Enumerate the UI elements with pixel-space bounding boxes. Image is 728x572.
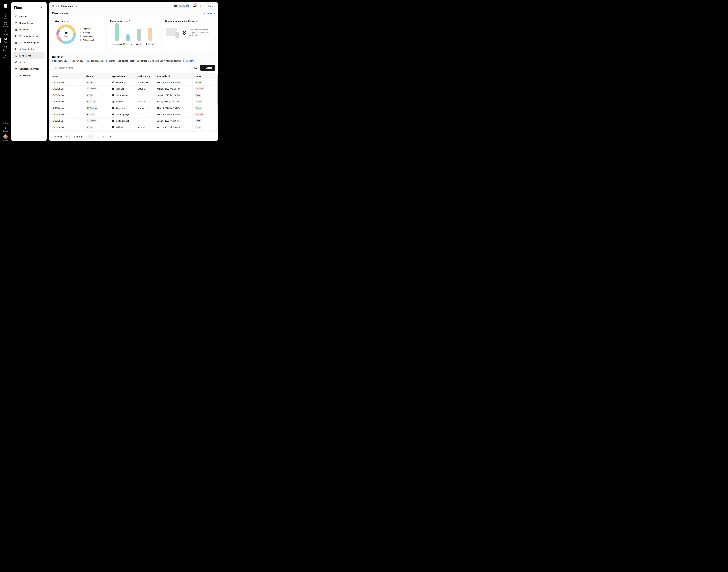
page-number-1[interactable]: 1: [97, 136, 98, 138]
grid-icon: [15, 41, 18, 44]
table-row[interactable]: KIOSK name Android Digital signage - Jan…: [52, 118, 215, 124]
table-row[interactable]: KIOSK name iOS Multi-app Android 12 Dec …: [52, 124, 215, 131]
platforms-card: Platforms in use Android Windows: [107, 17, 160, 52]
sidebar-collapse-button[interactable]: [39, 5, 44, 10]
laptop-icon: [4, 38, 7, 41]
info-icon[interactable]: [196, 20, 199, 22]
rail-item-identity[interactable]: Identity: [0, 28, 11, 37]
shield-check-icon: [15, 48, 18, 51]
status-badge: Active: [195, 126, 202, 129]
notifications-button[interactable]: 22: [193, 4, 196, 8]
column-header-group[interactable]: Device group: [135, 73, 155, 79]
info-icon[interactable]: [66, 20, 69, 22]
column-header-name[interactable]: Name: [52, 73, 84, 79]
rail-item-integrations[interactable]: Integrations: [0, 118, 11, 125]
prev-page-button[interactable]: [88, 134, 93, 140]
device-groups-count: 8: [183, 29, 186, 36]
breadcrumb-parent[interactable]: Fleet: [52, 5, 57, 7]
pulse-icon: [4, 54, 7, 56]
page-number-2[interactable]: 2: [102, 136, 104, 138]
sidebar-nav: Devices Device Groups Enrollment Policy …: [13, 13, 45, 79]
sidebar-item-accessories[interactable]: Accessories: [13, 72, 45, 79]
digital-signage-icon: [112, 113, 114, 116]
device-group: -: [135, 118, 155, 124]
rail-item-activity[interactable]: Activity: [0, 52, 11, 60]
rail-item-trial[interactable]: Trial: [0, 13, 11, 21]
sidebar-item-scriptor[interactable]: Scriptor: [13, 59, 45, 66]
sidebar-item-enrollment[interactable]: Enrollment: [13, 26, 45, 33]
search-input[interactable]: [52, 65, 190, 71]
user-name: Elon Musk...: [2, 139, 9, 141]
gear-icon: [4, 127, 7, 130]
sidebar-item-geolocation[interactable]: Geolocation Services: [13, 66, 45, 72]
next-page-button[interactable]: [107, 134, 113, 140]
sidebar-item-device-groups[interactable]: Device Groups: [13, 20, 45, 26]
avatar: [3, 134, 8, 139]
platform-chip: macOS: [86, 100, 96, 103]
table-row[interactable]: KIOSK name iOS Digital signage - Jun 28,…: [52, 92, 215, 98]
device-group: HQ devices: [135, 79, 155, 85]
learn-more-link[interactable]: Learn more: [183, 60, 194, 62]
row-actions-button[interactable]: [208, 81, 212, 84]
row-actions-button[interactable]: [208, 100, 212, 103]
boost-button[interactable]: [199, 4, 202, 8]
table-row[interactable]: KIOSK name Windows Single app New device…: [52, 105, 215, 111]
column-header-status[interactable]: Status: [193, 73, 205, 79]
table-row[interactable]: KIOSK name Android Multi-app Group 3 Oct…: [52, 86, 215, 92]
rail-item-dashboard[interactable]: Dashboard: [0, 21, 11, 28]
table-row[interactable]: KIOSK name Linux Digital signage D67 Dec…: [52, 111, 215, 118]
bar-windows: Windows: [123, 34, 134, 46]
sidebar-item-kiosk-mode[interactable]: Kiosk Mode: [13, 53, 45, 59]
info-icon[interactable]: [129, 20, 131, 22]
user-menu[interactable]: Elon Musk...: [2, 134, 9, 141]
chevron-left-icon: [90, 136, 92, 138]
apple-icon: [87, 82, 89, 83]
column-header-platform[interactable]: Platform: [84, 73, 110, 79]
overview-section-header: Kiosk overview Collapse: [52, 12, 215, 15]
rail-label: Trial: [4, 18, 7, 19]
collapse-section-link[interactable]: Collapse: [204, 12, 215, 14]
last-updated: Jan 26, 2006 @ 2:30 PM: [155, 118, 193, 124]
row-actions-button[interactable]: [208, 126, 212, 129]
table-scrollbar[interactable]: [217, 75, 218, 131]
website-globe-icon: [112, 100, 114, 103]
rail-item-fleet[interactable]: Fleet: [0, 37, 11, 44]
rail-label: Dashboard: [2, 26, 9, 27]
device-group: Group 3: [135, 86, 155, 92]
single-app-icon: [112, 107, 114, 109]
shield-icon: [4, 46, 7, 49]
row-actions-button[interactable]: [208, 94, 212, 96]
help-menu[interactable]: Help: [205, 3, 215, 8]
row-actions-button[interactable]: [208, 113, 212, 116]
row-actions-button[interactable]: [208, 88, 212, 90]
tickets-button[interactable]: Tickets 22: [172, 3, 190, 8]
tickets-badge: 22: [186, 4, 189, 7]
sidebar-item-software-policy[interactable]: Software Policy: [13, 46, 45, 53]
table-row[interactable]: KIOSK name macOS Website Group 2 Oct 3, …: [52, 98, 215, 105]
row-actions-button[interactable]: [208, 107, 212, 109]
last-updated: Nov 16, 2008 @ 2:30 PM: [155, 105, 193, 111]
scrollbar-thumb[interactable]: [217, 75, 218, 105]
app-logo[interactable]: [3, 3, 8, 8]
sidebar-item-devices[interactable]: Devices: [13, 13, 45, 20]
multi-app-icon: [112, 88, 114, 90]
android-icon: [87, 88, 89, 90]
sidebar-item-policy-management[interactable]: Policy Management: [13, 33, 45, 39]
export-button[interactable]: [192, 65, 198, 71]
windows-icon: [87, 107, 89, 109]
create-button[interactable]: +Create: [200, 65, 215, 71]
rows-per-page-select[interactable]: Show 25: [52, 134, 70, 140]
row-actions-button[interactable]: [208, 120, 212, 122]
rail-item-settings[interactable]: Settings: [0, 125, 11, 133]
sidebar-item-software-management[interactable]: Software Management: [13, 39, 45, 46]
legend-swatch: [80, 39, 81, 41]
table-row[interactable]: KIOSK name macOS Single app HQ devices D…: [52, 79, 215, 86]
column-header-type[interactable]: Type selection: [110, 73, 135, 79]
topbar-actions: Tickets 22 22 Help: [172, 3, 215, 8]
rail-item-security[interactable]: Security: [0, 44, 11, 52]
status-badge: Active: [195, 100, 202, 103]
status-badge: Active: [195, 81, 202, 84]
pagination-range: 1-25 of 50: [74, 136, 83, 138]
column-header-updated[interactable]: Last updated: [155, 73, 193, 79]
info-icon[interactable]: [75, 5, 77, 7]
